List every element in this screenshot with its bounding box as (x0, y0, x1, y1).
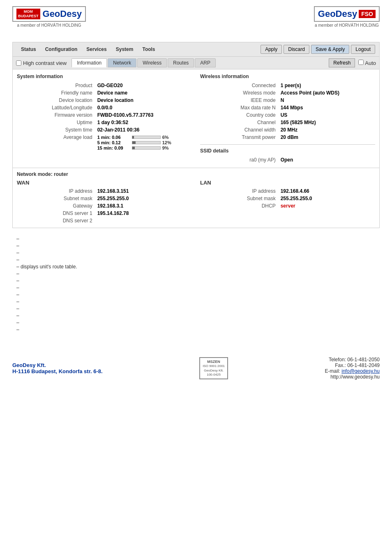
load-min-label: 15 min: 0.09 (97, 145, 130, 150)
load-bar-container (132, 146, 161, 150)
tab-arp[interactable]: ARP (195, 58, 216, 67)
sys-value: 0.0/0.0 (96, 104, 192, 111)
wan-row: Subnet mask255.255.255.0 (17, 195, 192, 202)
tab-information[interactable]: Information (71, 58, 107, 67)
content-area: System information ProductGD-GEO20Friend… (13, 69, 379, 168)
ssid-value: Open (279, 156, 375, 164)
refresh-button[interactable]: Refresh (329, 58, 355, 67)
logo-left: MOMBUDAPEST GeoDesy a member of HORVÁTH … (12, 6, 86, 28)
sys-value: GD-GEO20 (96, 82, 192, 89)
wireless-value: 1 peer(s) (279, 82, 375, 89)
footer-contact: Telefon: 06-1-481-2050 Fax.: 06-1-481-20… (325, 357, 380, 380)
wan-value: 192.168.3.151 (96, 187, 192, 195)
status-menu[interactable]: Status (17, 45, 40, 53)
load-bar-row: 5 min: 0.12 12% (97, 140, 190, 145)
footer-email: E-mail: info@geodesy.hu (325, 368, 380, 374)
wan-col: WAN IP address192.168.3.151Subnet mask25… (17, 180, 192, 224)
wireless-value: 165 (5825 MHz) (279, 119, 375, 126)
ssid-table: ra0 (my AP)Open (200, 156, 375, 164)
tools-menu[interactable]: Tools (138, 45, 159, 53)
iso-mszen: MSZEN (203, 360, 225, 365)
iso-badge: MSZEN ISO 9001:2001 GeoDesy Kft. 100-042… (199, 357, 228, 380)
sys-label: Uptime (17, 119, 96, 126)
wan-label: Subnet mask (17, 195, 96, 202)
configuration-menu[interactable]: Configuration (41, 45, 82, 53)
lan-label: Subnet mask (200, 195, 279, 202)
page-header: MOMBUDAPEST GeoDesy a member of HORVÁTH … (0, 0, 392, 34)
router-panel: Status Configuration Services System Too… (12, 42, 380, 228)
lan-value: server (279, 202, 375, 210)
footer-web: http://www.geodesy.hu (325, 374, 380, 380)
footer-email-link[interactable]: info@geodesy.hu (341, 368, 380, 374)
services-menu[interactable]: Services (82, 45, 111, 53)
system-info-table: ProductGD-GEO20Friendly nameDevice nameD… (17, 82, 192, 134)
wan-row: DNS server 1195.14.162.78 (17, 210, 192, 217)
desc-item: – (16, 278, 376, 284)
avg-load-row: Average load 1 min: 0.06 6% 5 min: 0.12 … (17, 134, 192, 152)
wan-row: IP address192.168.3.151 (17, 187, 192, 195)
system-menu[interactable]: System (112, 45, 138, 53)
load-bar-fill (132, 141, 136, 144)
geodesy-logo-text: GeoDesy (43, 9, 82, 19)
nav-tabs-row: High contrast view Information Network W… (13, 57, 379, 69)
wireless-info-title: Wireless information (200, 74, 375, 79)
wireless-row: Channel165 (5825 MHz) (200, 119, 375, 126)
lan-col: LAN IP address192.168.4.66Subnet mask255… (200, 180, 375, 224)
auto-label[interactable]: Auto (358, 60, 376, 66)
wireless-label: Wireless mode (200, 89, 279, 97)
sys-value: Device location (96, 97, 192, 104)
tab-routes[interactable]: Routes (168, 58, 194, 67)
menu-nav: Status Configuration Services System Too… (17, 45, 159, 53)
lan-table: IP address192.168.4.66Subnet mask255.255… (200, 187, 375, 210)
sys-label: System time (17, 126, 96, 134)
tab-wireless[interactable]: Wireless (137, 58, 167, 67)
wireless-label: Channel (200, 119, 279, 126)
footer-fax: Fax.: 06-1-481-2049 (325, 362, 380, 368)
save-apply-button[interactable]: Save & Apply (311, 45, 349, 54)
logo-left-main: MOMBUDAPEST GeoDesy (12, 6, 86, 22)
nav-right: Refresh Auto (329, 58, 376, 67)
tab-network[interactable]: Network (108, 58, 136, 67)
geodesy-fso-text: GeoDesy (318, 9, 357, 19)
sys-label: Latitude/Longitude (17, 104, 96, 111)
high-contrast-label[interactable]: High contrast view (16, 60, 67, 66)
desc-item: – (16, 320, 376, 325)
page-footer: GeoDesy Kft. H-1116 Budapest, Kondorfa s… (0, 349, 392, 388)
load-bar-container (132, 136, 161, 139)
iso-line4: 100-0425 (203, 373, 225, 377)
wireless-label: Channel width (200, 126, 279, 134)
desc-item: – (16, 243, 376, 249)
high-contrast-text: High contrast view (23, 60, 67, 66)
sys-info-row: Device locationDevice location (17, 97, 192, 104)
right-panel: Wireless information Connected1 peer(s)W… (200, 74, 375, 164)
wireless-label: Max data rate N (200, 104, 279, 111)
desc-item: – (16, 327, 376, 332)
main-content: Status Configuration Services System Too… (0, 34, 392, 340)
load-pct-label: 9% (162, 145, 169, 150)
system-info-title: System information (17, 74, 192, 79)
wireless-row: Max data rate N144 Mbps (200, 104, 375, 111)
discard-button[interactable]: Discard (284, 45, 309, 54)
wireless-row: Connected1 peer(s) (200, 82, 375, 89)
network-section: Network mode: router WAN IP address192.1… (13, 168, 379, 228)
sys-label: Firmware version (17, 111, 96, 119)
apply-button[interactable]: Apply (261, 45, 282, 54)
ssid-row: ra0 (my AP)Open (200, 156, 375, 164)
auto-checkbox[interactable] (358, 60, 364, 65)
load-min-label: 1 min: 0.06 (97, 135, 130, 140)
lan-value: 255.255.255.0 (279, 195, 375, 202)
company-name: GeoDesy Kft. (12, 362, 103, 368)
desc-section: ––––– displays unit's route table.––––––… (12, 232, 380, 336)
sys-info-row: Firmware versionFWBD-0100.v5.77.37763 (17, 111, 192, 119)
high-contrast-checkbox[interactable] (16, 60, 21, 66)
logo-left-member: a member of HORVÁTH HOLDING (17, 23, 81, 28)
desc-item: – (16, 236, 376, 242)
logout-button[interactable]: Logout (351, 45, 375, 54)
toolbar-left: Status Configuration Services System Too… (17, 45, 159, 53)
wan-label: DNS server 1 (17, 210, 96, 217)
desc-item: – (16, 313, 376, 319)
avg-load-table: Average load 1 min: 0.06 6% 5 min: 0.12 … (17, 134, 192, 152)
lan-row: DHCPserver (200, 202, 375, 210)
network-cols: WAN IP address192.168.3.151Subnet mask25… (17, 180, 375, 224)
wireless-value: US (279, 111, 375, 119)
